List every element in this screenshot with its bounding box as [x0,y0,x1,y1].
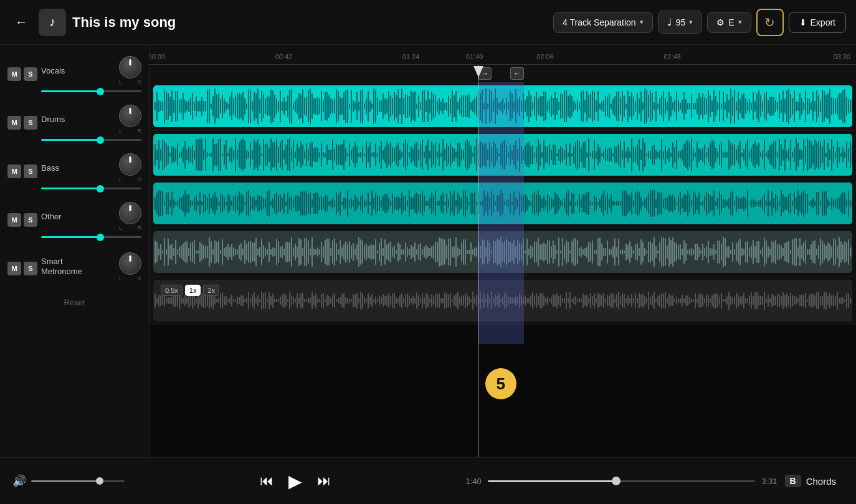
time-ruler: 00:00 00:42 01:24 01:40 02:06 02:48 03:3… [150,45,856,65]
key-dropdown[interactable]: ⚙ E ▾ [707,12,751,33]
speed-1x-button[interactable]: 1x [185,285,201,296]
download-icon: ⬇ [799,17,807,27]
track-separation-dropdown[interactable]: 4 Track Separation ▾ [553,12,653,33]
track-control-bass: M S Bass LR [0,147,149,196]
track-lanes: 0.5x 1x 2x [150,82,856,325]
chords-label: Chords [806,476,836,487]
total-time-label: 3:31 [761,477,777,486]
other-lane[interactable] [150,228,856,277]
drums-volume-slider[interactable] [41,139,141,141]
bass-lr: LR [119,176,141,183]
export-button[interactable]: ⬇ Export [789,12,846,33]
tuning-fork-icon: ♩ [667,16,672,28]
speed-2x-button[interactable]: 2x [203,285,219,296]
drums-waveform [153,134,852,176]
bpm-dropdown[interactable]: ♩ 95 ▾ [658,11,703,34]
ms-buttons-vocals: M S [7,67,37,81]
sidebar: M S Vocals LR M S [0,45,150,457]
chord-key-label: B [785,475,801,487]
chevron-down-icon-2: ▾ [689,18,693,26]
solo-button-drums[interactable]: S [24,116,37,130]
rewind-button[interactable]: ⏮ [260,473,273,489]
loop-icon: ↻ [764,15,775,30]
solo-button-bass[interactable]: S [24,164,37,178]
bass-volume-slider[interactable] [41,188,141,189]
vocals-volume-slider[interactable] [41,90,141,92]
ruler-mark-current: 01:40 [466,53,483,60]
mute-button-bass[interactable]: M [7,164,21,178]
master-volume-slider[interactable] [31,480,125,482]
progress-slider[interactable] [488,480,755,482]
track-control-other: M S Other LR [0,196,149,244]
metronome-lr: LR [119,275,141,282]
drums-lane[interactable] [150,131,856,179]
bottom-bar: 🔊 ⏮ ▶ ⏭ 1:40 3:31 B Chords [0,457,856,504]
ruler-mark-1: 00:42 [275,53,293,60]
beat-badge: 5 [485,368,516,399]
vocals-volume-row [41,90,141,92]
vocals-label: Vocals [41,66,75,75]
other-volume-slider[interactable] [41,236,141,238]
track-control-vocals: M S Vocals LR [0,50,149,98]
playhead-marker [473,66,483,77]
chevron-down-icon-3: ▾ [738,18,742,26]
bpm-value: 95 [676,17,686,27]
track-control-drums: M S Drums LR [0,98,149,147]
volume-control: 🔊 [12,474,125,488]
speed-0.5x-button[interactable]: 0.5x [161,285,183,296]
ruler-mark-5: 03:30 [834,53,851,60]
export-label: Export [811,17,835,27]
main-layout: M S Vocals LR M S [0,45,856,457]
transport-controls: ⏮ ▶ ⏭ [125,471,466,492]
mute-button-vocals[interactable]: M [7,67,21,81]
solo-button-vocals[interactable]: S [24,67,37,81]
vocals-knob[interactable] [119,56,141,78]
ruler-mark-0: 00:00 [150,53,165,60]
track-separation-label: 4 Track Separation [563,17,636,27]
drums-waveform-bg [153,134,852,176]
vocals-lane[interactable] [150,82,856,131]
other-waveform [153,231,852,273]
fast-forward-button[interactable]: ⏭ [317,473,331,489]
back-button[interactable]: ← [10,11,32,34]
ruler-mark-3: 02:06 [536,53,554,60]
solo-button-metronome[interactable]: S [24,262,37,275]
vocals-waveform-bg [153,85,852,127]
drums-label: Drums [41,115,75,124]
metronome-lane[interactable]: 0.5x 1x 2x [150,277,856,325]
chords-button[interactable]: B Chords [778,470,844,492]
mute-button-other[interactable]: M [7,213,21,227]
mute-button-metronome[interactable]: M [7,262,21,275]
metronome-waveform-bg: 0.5x 1x 2x [153,280,852,321]
solo-button-other[interactable]: S [24,213,37,227]
drums-lr: LR [119,128,141,134]
other-label: Other [41,212,75,221]
timeline-area: 00:00 00:42 01:24 01:40 02:06 02:48 03:3… [150,45,856,457]
metronome-label: Smart Metronome [41,257,75,276]
top-bar: ← ♪ This is my song 4 Track Separation ▾… [0,0,856,45]
bass-knob[interactable] [119,153,141,176]
filter-icon: ⚙ [716,17,725,27]
selection-right-arrow[interactable]: ← [510,67,524,80]
mute-button-drums[interactable]: M [7,116,21,130]
ruler-mark-2: 01:24 [402,53,420,60]
bass-waveform-bg [153,183,852,224]
bass-label: Bass [41,163,75,173]
play-button[interactable]: ▶ [288,471,302,492]
song-icon: ♪ [39,9,66,36]
volume-icon: 🔊 [12,474,26,488]
current-time-label: 1:40 [466,477,482,486]
other-knob[interactable] [119,202,141,224]
bass-lane[interactable] [150,179,856,228]
reset-button[interactable]: Reset [0,293,149,312]
track-control-metronome: M S Smart Metronome LR [0,244,149,293]
metronome-waveform [153,280,852,321]
metronome-knob[interactable] [119,252,141,275]
drums-knob[interactable] [119,105,141,127]
speed-buttons: 0.5x 1x 2x [161,285,219,296]
chevron-down-icon: ▾ [640,18,644,26]
key-value: E [728,17,734,27]
ruler-mark-4: 02:48 [663,53,681,60]
top-controls: 4 Track Separation ▾ ♩ 95 ▾ ⚙ E ▾ ↻ ⬇ Ex… [553,9,846,36]
loop-button[interactable]: ↻ [756,9,784,36]
